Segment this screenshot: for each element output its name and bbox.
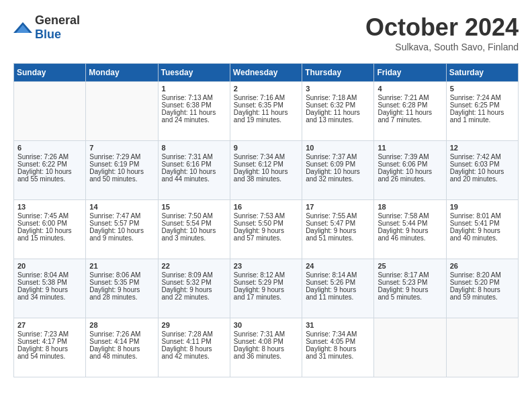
day-info-line: Sunrise: 7:31 AM xyxy=(162,153,226,161)
weekday-header-tuesday: Tuesday xyxy=(158,64,230,82)
day-info-line: Sunset: 5:57 PM xyxy=(89,220,154,227)
day-info-line: Daylight: 9 hours xyxy=(234,286,298,293)
day-info-line: Daylight: 11 hours xyxy=(162,109,226,116)
day-info-line: Sunset: 5:32 PM xyxy=(162,279,226,286)
day-info-line: Sunset: 4:08 PM xyxy=(234,338,298,345)
day-info-line: Sunrise: 7:34 AM xyxy=(306,330,370,338)
day-info-line: Sunset: 5:38 PM xyxy=(17,279,82,286)
day-info-line: Daylight: 9 hours xyxy=(306,227,370,234)
calendar-cell: 5Sunrise: 7:24 AMSunset: 6:25 PMDaylight… xyxy=(446,82,518,141)
calendar-cell: 15Sunrise: 7:50 AMSunset: 5:54 PMDayligh… xyxy=(158,200,230,259)
month-title: October 2024 xyxy=(365,13,519,42)
day-number: 29 xyxy=(162,321,226,329)
day-number: 5 xyxy=(450,85,515,93)
calendar-cell xyxy=(374,318,446,377)
calendar-cell: 24Sunrise: 8:14 AMSunset: 5:26 PMDayligh… xyxy=(302,259,374,318)
day-info-line: Sunset: 4:17 PM xyxy=(17,338,82,345)
day-info-line: Sunrise: 7:45 AM xyxy=(17,212,82,220)
day-number: 15 xyxy=(162,203,226,211)
subtitle: Sulkava, South Savo, Finland xyxy=(365,42,519,52)
calendar-cell: 1Sunrise: 7:13 AMSunset: 6:38 PMDaylight… xyxy=(158,82,230,141)
day-info-line: Sunset: 4:14 PM xyxy=(89,338,154,345)
day-info-line: Daylight: 9 hours xyxy=(89,286,154,293)
day-info-line: Sunrise: 8:20 AM xyxy=(450,271,515,279)
day-info-line: and 34 minutes. xyxy=(17,293,82,301)
title-section: October 2024 Sulkava, South Savo, Finlan… xyxy=(365,13,519,52)
weekday-header-sunday: Sunday xyxy=(14,64,86,82)
day-info-line: Sunrise: 7:50 AM xyxy=(162,212,226,220)
day-info-line: Daylight: 10 hours xyxy=(234,168,298,175)
day-info-line: and 15 minutes. xyxy=(17,234,82,242)
day-info-line: Daylight: 11 hours xyxy=(378,109,442,116)
day-info-line: Sunset: 5:44 PM xyxy=(378,220,442,227)
day-info-line: Daylight: 9 hours xyxy=(17,286,82,293)
day-info-line: Sunrise: 8:01 AM xyxy=(450,212,515,220)
day-info-line: Sunset: 6:32 PM xyxy=(306,101,370,109)
day-info-line: Sunset: 5:41 PM xyxy=(450,220,515,227)
calendar-cell: 14Sunrise: 7:47 AMSunset: 5:57 PMDayligh… xyxy=(86,200,158,259)
day-number: 24 xyxy=(306,262,370,270)
day-number: 28 xyxy=(89,321,154,329)
calendar-cell: 30Sunrise: 7:31 AMSunset: 4:08 PMDayligh… xyxy=(230,318,302,377)
day-info-line: Sunrise: 8:06 AM xyxy=(89,271,154,279)
day-info-line: and 55 minutes. xyxy=(17,175,82,183)
logo-general: General xyxy=(35,13,80,27)
day-info-line: Sunrise: 7:37 AM xyxy=(306,153,370,161)
day-info-line: Daylight: 10 hours xyxy=(162,168,226,175)
day-info-line: and 51 minutes. xyxy=(306,234,370,242)
day-info-line: Sunset: 5:50 PM xyxy=(234,220,298,227)
day-info-line: Sunrise: 7:13 AM xyxy=(162,94,226,101)
day-number: 23 xyxy=(234,262,298,270)
day-info-line: Sunset: 6:28 PM xyxy=(378,101,442,109)
day-info-line: Sunset: 6:00 PM xyxy=(17,220,82,227)
day-info-line: Sunset: 6:35 PM xyxy=(234,101,298,109)
day-info-line: and 42 minutes. xyxy=(162,353,226,360)
day-number: 7 xyxy=(89,144,154,152)
calendar-cell: 4Sunrise: 7:21 AMSunset: 6:28 PMDaylight… xyxy=(374,82,446,141)
day-info-line: Sunrise: 8:14 AM xyxy=(306,271,370,279)
day-info-line: Daylight: 10 hours xyxy=(89,227,154,234)
calendar-cell: 9Sunrise: 7:34 AMSunset: 6:12 PMDaylight… xyxy=(230,141,302,200)
day-info-line: Daylight: 10 hours xyxy=(162,227,226,234)
calendar-week-row: 27Sunrise: 7:23 AMSunset: 4:17 PMDayligh… xyxy=(14,318,519,377)
day-info-line: and 17 minutes. xyxy=(234,293,298,301)
calendar-cell: 20Sunrise: 8:04 AMSunset: 5:38 PMDayligh… xyxy=(14,259,86,318)
day-info-line: Sunrise: 8:04 AM xyxy=(17,271,82,279)
day-number: 16 xyxy=(234,203,298,211)
logo-icon xyxy=(13,21,32,34)
day-info-line: Sunrise: 7:53 AM xyxy=(234,212,298,220)
day-info-line: Sunrise: 7:55 AM xyxy=(306,212,370,220)
day-info-line: and 44 minutes. xyxy=(162,175,226,183)
day-number: 27 xyxy=(17,321,82,329)
day-info-line: Sunrise: 7:31 AM xyxy=(234,330,298,338)
day-info-line: and 59 minutes. xyxy=(450,293,515,301)
day-info-line: Sunrise: 8:09 AM xyxy=(162,271,226,279)
calendar-cell: 8Sunrise: 7:31 AMSunset: 6:16 PMDaylight… xyxy=(158,141,230,200)
calendar-table: SundayMondayTuesdayWednesdayThursdayFrid… xyxy=(13,63,519,377)
day-info-line: Sunrise: 7:39 AM xyxy=(378,153,442,161)
day-info-line: and 48 minutes. xyxy=(89,353,154,360)
calendar-cell: 22Sunrise: 8:09 AMSunset: 5:32 PMDayligh… xyxy=(158,259,230,318)
calendar-cell: 31Sunrise: 7:34 AMSunset: 4:05 PMDayligh… xyxy=(302,318,374,377)
day-info-line: and 13 minutes. xyxy=(306,116,370,124)
day-info-line: Sunset: 5:23 PM xyxy=(378,279,442,286)
logo-blue: Blue xyxy=(35,28,61,41)
calendar-cell: 29Sunrise: 7:28 AMSunset: 4:11 PMDayligh… xyxy=(158,318,230,377)
weekday-header-saturday: Saturday xyxy=(446,64,518,82)
calendar-cell: 26Sunrise: 8:20 AMSunset: 5:20 PMDayligh… xyxy=(446,259,518,318)
calendar-cell: 27Sunrise: 7:23 AMSunset: 4:17 PMDayligh… xyxy=(14,318,86,377)
day-info-line: Sunrise: 7:58 AM xyxy=(378,212,442,220)
day-number: 14 xyxy=(89,203,154,211)
logo: General Blue xyxy=(13,13,80,42)
day-info-line: Daylight: 8 hours xyxy=(306,345,370,353)
day-info-line: Daylight: 8 hours xyxy=(17,345,82,353)
day-info-line: and 5 minutes. xyxy=(378,293,442,301)
day-info-line: and 26 minutes. xyxy=(378,175,442,183)
day-info-line: and 32 minutes. xyxy=(306,175,370,183)
day-info-line: Daylight: 10 hours xyxy=(89,168,154,175)
day-info-line: and 19 minutes. xyxy=(234,116,298,124)
day-info-line: Sunset: 5:20 PM xyxy=(450,279,515,286)
calendar-cell: 25Sunrise: 8:17 AMSunset: 5:23 PMDayligh… xyxy=(374,259,446,318)
day-number: 31 xyxy=(306,321,370,329)
day-info-line: Sunset: 5:35 PM xyxy=(89,279,154,286)
